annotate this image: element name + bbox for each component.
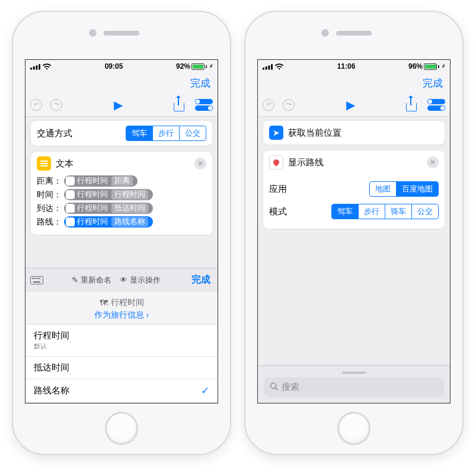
text-action-title: 文本	[56, 158, 74, 169]
transport-label: 交通方式	[37, 128, 72, 139]
search-input[interactable]: 搜索	[264, 377, 444, 397]
svg-rect-4	[31, 276, 43, 284]
drag-handle[interactable]	[342, 371, 366, 374]
toolbar: ↶ ↷ ▶	[25, 93, 218, 117]
share-button[interactable]	[406, 98, 417, 111]
seg-baidu[interactable]: 百度地图	[396, 182, 438, 196]
settings-toggle[interactable]	[195, 99, 213, 111]
get-location-card[interactable]: ➤ 获取当前位置	[263, 120, 445, 145]
svg-rect-13	[268, 65, 270, 70]
show-actions-button[interactable]: 👁 显示操作	[120, 275, 161, 286]
battery-pct: 96%	[408, 62, 423, 71]
status-bar: 09:05 92% ⚡︎	[25, 60, 218, 73]
bolt-icon: ⚡︎	[442, 63, 445, 69]
seg-bike[interactable]: 骑车	[385, 204, 411, 219]
settings-toggle[interactable]	[427, 99, 445, 111]
svg-rect-2	[36, 65, 37, 70]
play-button[interactable]: ▶	[346, 98, 355, 112]
front-camera	[321, 29, 329, 37]
home-button[interactable]	[105, 412, 138, 445]
checkmark-icon: ✓	[201, 385, 209, 397]
variable-pill[interactable]: 🗺行程时间距离	[64, 175, 138, 187]
redo-button[interactable]: ↷	[50, 99, 62, 111]
seg-walk[interactable]: 步行	[152, 126, 179, 140]
action-list: ➤ 获取当前位置 显示路线 ✕ 应用 地图	[258, 117, 450, 403]
text-body[interactable]: 距离： 🗺行程时间距离 时间： 🗺行程时间行程时间 到达： 🗺行程时间抵达时间 …	[31, 173, 212, 235]
screen-right: 11:06 96% ⚡︎ 完成 ↶ ↷ ▶	[257, 59, 451, 403]
seg-maps[interactable]: 地图	[370, 182, 396, 196]
delete-action-button[interactable]: ✕	[194, 158, 206, 169]
battery-pct: 92%	[176, 62, 190, 71]
transport-seg[interactable]: 驾车 步行 公交	[126, 126, 206, 141]
phone-frame-left: 09:05 92% ⚡︎ 完成 ↶ ↷ ▶	[12, 11, 231, 455]
phone-frame-right: 11:06 96% ⚡︎ 完成 ↶ ↷ ▶	[244, 11, 464, 455]
svg-rect-3	[39, 64, 40, 69]
share-button[interactable]	[174, 98, 184, 111]
redo-button[interactable]: ↷	[283, 99, 295, 111]
seg-transit[interactable]: 公交	[179, 126, 206, 140]
option-route-name[interactable]: 路线名称 ✓	[25, 379, 218, 403]
home-button[interactable]	[337, 412, 370, 445]
text-action-icon	[37, 156, 51, 171]
variable-pill[interactable]: 🗺行程时间行程时间	[64, 189, 153, 200]
panel-source: 🗺行程时间	[100, 297, 144, 308]
done-button[interactable]: 完成	[423, 76, 443, 90]
seg-drive[interactable]: 驾车	[126, 126, 152, 140]
maps-icon: 🗺	[100, 298, 108, 308]
svg-line-16	[276, 388, 278, 390]
svg-rect-6	[34, 278, 35, 279]
status-time: 11:06	[337, 62, 356, 71]
mode-seg[interactable]: 驾车 步行 骑车 公交	[331, 204, 439, 219]
get-location-title: 获取当前位置	[288, 127, 341, 139]
action-search-panel: 搜索	[258, 365, 450, 403]
done-button[interactable]: 完成	[190, 76, 210, 90]
status-time: 09:05	[105, 62, 123, 71]
delete-action-button[interactable]: ✕	[427, 156, 439, 168]
svg-rect-12	[266, 66, 267, 70]
row-label: 路线：	[37, 217, 62, 228]
keyboard-accessory: ✎ 重新命名 👁 显示操作 完成	[25, 268, 218, 292]
svg-rect-8	[37, 278, 39, 279]
search-placeholder: 搜索	[282, 382, 299, 393]
variable-pill-selected[interactable]: 🗺行程时间路线名称	[64, 216, 153, 228]
svg-rect-10	[33, 281, 40, 283]
option-arrival-time[interactable]: 抵达时间	[25, 357, 218, 379]
battery-indicator: 96% ⚡︎	[408, 62, 445, 71]
speaker	[336, 31, 372, 36]
undo-button[interactable]: ↶	[30, 99, 42, 111]
screen-left: 09:05 92% ⚡︎ 完成 ↶ ↷ ▶	[25, 59, 218, 403]
row-label: 时间：	[37, 190, 62, 200]
location-arrow-icon: ➤	[269, 126, 283, 140]
svg-rect-9	[39, 278, 40, 279]
maps-icon: 🗺	[66, 204, 75, 213]
seg-drive[interactable]: 驾车	[332, 204, 358, 219]
row-label: 到达：	[37, 203, 62, 214]
app-seg[interactable]: 地图 百度地图	[369, 181, 439, 197]
text-row-route: 路线： 🗺行程时间路线名称	[37, 215, 206, 229]
variable-panel: 🗺行程时间 作为旅行信息 › 行程时间默认 抵达时间 路线名称 ✓	[25, 292, 218, 403]
nav-bar: 完成	[258, 73, 450, 93]
text-row-distance: 距离： 🗺行程时间距离	[37, 174, 206, 188]
panel-link[interactable]: 作为旅行信息 ›	[25, 310, 218, 321]
play-button[interactable]: ▶	[114, 98, 123, 112]
show-route-card: 显示路线 ✕ 应用 地图 百度地图 模式 驾车	[263, 150, 445, 229]
wifi-icon	[274, 63, 284, 70]
map-pin-icon	[269, 155, 283, 169]
keyboard-icon[interactable]	[25, 276, 48, 284]
variable-pill[interactable]: 🗺行程时间抵达时间	[64, 203, 153, 214]
seg-walk[interactable]: 步行	[358, 204, 385, 219]
svg-rect-0	[30, 67, 32, 69]
seg-transit[interactable]: 公交	[411, 204, 438, 219]
action-list: 交通方式 驾车 步行 公交 文本 ✕	[25, 117, 218, 268]
front-camera	[89, 29, 97, 37]
rename-button[interactable]: ✎ 重新命名	[72, 275, 111, 286]
bolt-icon: ⚡︎	[209, 63, 213, 69]
undo-button[interactable]: ↶	[263, 99, 274, 111]
option-travel-time[interactable]: 行程时间默认	[25, 325, 218, 357]
wifi-icon	[42, 63, 52, 70]
nav-bar: 完成	[25, 73, 218, 93]
cell-signal-icon	[263, 63, 273, 70]
kb-done-button[interactable]: 完成	[184, 274, 218, 286]
cell-signal-icon	[30, 63, 40, 70]
svg-rect-5	[32, 278, 33, 279]
